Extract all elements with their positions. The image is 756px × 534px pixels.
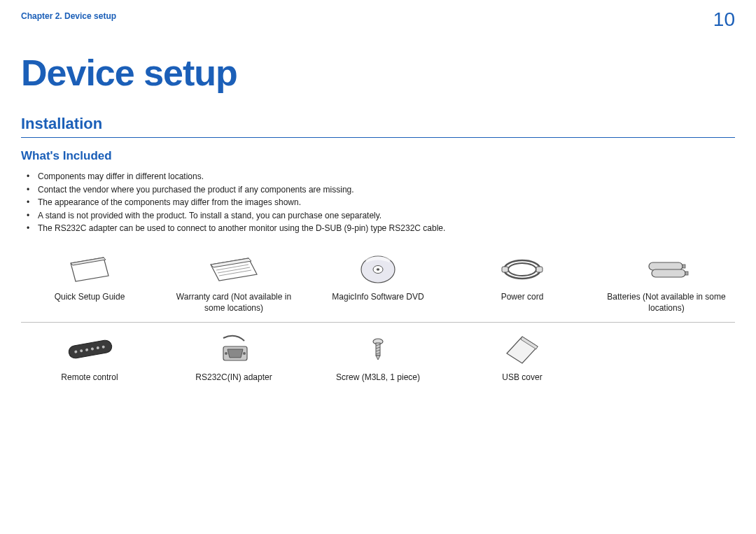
item-label: Remote control <box>61 372 118 383</box>
rs232c-adapter-icon <box>202 332 265 367</box>
quick-setup-guide-icon <box>58 252 121 287</box>
svg-point-11 <box>508 263 536 276</box>
item-magicinfo-dvd: MagicInfo Software DVD <box>309 248 447 321</box>
grid-divider <box>21 322 735 323</box>
item-label: Quick Setup Guide <box>55 291 125 302</box>
batteries-icon <box>635 252 698 287</box>
item-label: Screw (M3L8, 1 piece) <box>336 372 420 383</box>
bullet-item: A stand is not provided with the product… <box>31 209 735 223</box>
item-rs232c-adapter: RS232C(IN) adapter <box>165 328 302 390</box>
item-label: MagicInfo Software DVD <box>332 291 424 302</box>
bullet-item: Contact the vendor where you purchased t… <box>31 183 735 197</box>
svg-rect-18 <box>68 339 113 359</box>
item-label: RS232C(IN) adapter <box>195 372 272 383</box>
svg-rect-15 <box>682 265 685 268</box>
svg-rect-14 <box>649 262 682 270</box>
svg-rect-16 <box>652 269 685 277</box>
chapter-label: Chapter 2. Device setup <box>21 11 116 21</box>
item-empty <box>598 328 735 390</box>
dvd-icon <box>346 252 410 287</box>
svg-point-9 <box>377 268 379 270</box>
bullet-item: The RS232C adapter can be used to connec… <box>31 222 735 235</box>
svg-point-28 <box>225 352 227 355</box>
svg-rect-13 <box>536 267 542 272</box>
item-label: Warranty card (Not available in some loc… <box>168 291 300 314</box>
svg-rect-12 <box>502 267 508 272</box>
section-title: Installation <box>21 115 735 138</box>
item-quick-setup-guide: Quick Setup Guide <box>21 248 158 321</box>
remote-control-icon <box>58 332 121 367</box>
item-warranty-card: Warranty card (Not available in some loc… <box>165 248 302 321</box>
svg-point-29 <box>243 352 246 355</box>
header-row: Chapter 2. Device setup 10 <box>21 8 735 31</box>
subsection-title: What's Included <box>21 149 735 163</box>
page-number: 10 <box>713 8 735 31</box>
svg-rect-17 <box>685 272 688 275</box>
item-screw: Screw (M3L8, 1 piece) <box>309 328 447 390</box>
item-usb-cover: USB cover <box>454 328 591 390</box>
item-batteries: Batteries (Not available in some locatio… <box>598 248 735 321</box>
item-label: Power cord <box>501 291 544 302</box>
warranty-card-icon <box>202 252 265 287</box>
page-title: Device setup <box>21 52 735 94</box>
bullet-item: The appearance of the components may dif… <box>31 196 735 209</box>
svg-marker-27 <box>227 349 243 358</box>
bullet-list: Components may differ in different locat… <box>21 170 735 235</box>
svg-marker-36 <box>376 356 380 360</box>
item-power-cord: Power cord <box>454 248 591 321</box>
components-grid: Quick Setup Guide Warranty card (Not ava… <box>21 248 735 391</box>
usb-cover-icon <box>491 332 554 367</box>
item-remote-control: Remote control <box>21 328 158 390</box>
power-cord-icon <box>491 252 554 287</box>
screw-icon <box>346 332 410 367</box>
item-label: Batteries (Not available in some locatio… <box>601 291 732 314</box>
item-label: USB cover <box>502 372 542 383</box>
bullet-item: Components may differ in different locat… <box>31 170 735 183</box>
